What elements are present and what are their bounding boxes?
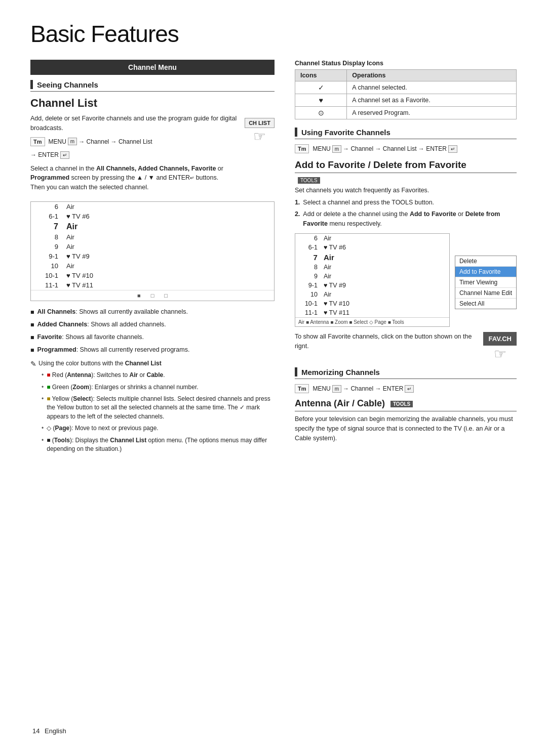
sub-note-text: Using the color buttons with the Channel… <box>38 360 162 367</box>
bullet-programmed: ■ Programmed: Shows all currently reserv… <box>30 345 275 355</box>
tools-badge-area: TOOLS <box>295 176 517 184</box>
fav-channel-area: 6 Air 6-1 ♥ TV #6 7 Air 8 Air 9 Air <box>295 233 517 327</box>
menu-m-icon: m <box>332 145 341 153</box>
bullet-text: All Channels: Shows all currently availa… <box>37 307 188 316</box>
ch-num: 8 <box>302 264 324 271</box>
bullet-text: Added Channels: Shows all added channels… <box>37 320 166 329</box>
context-menu-timer-viewing[interactable]: Timer Viewing <box>455 277 516 288</box>
enter-icon: ↵ <box>448 145 457 153</box>
fav-table-bottom-bar: Air ■ Antenna ■ Zoom ■ Select ◇ Page ■ T… <box>295 317 449 326</box>
menu-label: MENU <box>312 145 330 152</box>
fav-ch-button[interactable]: FAV.CH <box>483 332 517 346</box>
ch-name: Air <box>66 243 264 250</box>
ch-num: 10-1 <box>41 272 66 279</box>
sub-bullet-list: ■ Red (Antenna): Switches to Air or Cabl… <box>42 371 275 453</box>
using-favorite-label: Using Favorite Channels <box>301 128 390 137</box>
fav-ch-btn-area: FAV.CH ☞ <box>483 332 517 362</box>
menu-m-icon: m <box>332 385 341 393</box>
table-row: 8 Air <box>31 232 274 242</box>
using-favorite-section: Using Favorite Channels Tm MENU m → Chan… <box>295 128 517 153</box>
step-num: 2. <box>295 209 300 229</box>
step-text: Select a channel and press the TOOLS but… <box>303 198 434 207</box>
channel-list-title: Channel List <box>30 97 275 110</box>
context-menu-channel-name-edit[interactable]: Channel Name Edit <box>455 288 516 299</box>
enter-icon: ↵ <box>405 385 414 393</box>
status-icon: ✓ <box>295 81 346 94</box>
fav-steps: 1. Select a channel and press the TOOLS … <box>295 198 517 228</box>
table-row: 10-1 ♥ TV #10 <box>31 271 274 280</box>
ch-name: Air <box>66 203 264 211</box>
channel-table: 6 Air 6-1 ♥ TV #6 7 Air 8 Air 9 Air 9-1 … <box>30 201 275 301</box>
status-operation: A channel set as a Favorite. <box>347 94 517 107</box>
feature-bullets: ■ All Channels: Shows all currently avai… <box>30 307 275 355</box>
ch-num: 6 <box>302 235 324 242</box>
ch-num: 8 <box>41 233 66 241</box>
menu-path2: → Channel → Channel List → ENTER <box>343 145 447 152</box>
left-column: Channel Menu Seeing Channels Channel Lis… <box>30 60 275 456</box>
seeing-channels-heading: Seeing Channels <box>30 80 275 92</box>
menu-remote-icon: Tm <box>295 144 309 153</box>
table-bottom-icons: ■ □ □ <box>31 290 274 301</box>
menu-label: MENU <box>49 138 66 145</box>
ch-name: Air <box>324 235 442 242</box>
channel-list-desc1: Add, delete or set Favorite channels and… <box>30 114 240 133</box>
using-favorite-heading: Using Favorite Channels <box>295 128 517 139</box>
table-row: 6-1 ♥ TV #6 <box>295 243 449 252</box>
icon-b: □ <box>151 292 154 299</box>
table-row: ✓ A channel selected. <box>295 81 516 94</box>
ch-name: ♥ TV #9 <box>66 253 264 260</box>
enter-icon: ↵ <box>60 151 69 159</box>
fav-step-1: 1. Select a channel and press the TOOLS … <box>295 198 517 207</box>
channel-status-section: Channel Status Display Icons Icons Opera… <box>295 60 517 119</box>
table-row: 9 Air <box>295 272 449 281</box>
sub-bullet-text: ■ Yellow (Select): Selects multiple chan… <box>47 395 275 421</box>
context-menu-select-all[interactable]: Select All <box>455 299 516 309</box>
menu-enter-label: → ENTER <box>30 151 59 158</box>
table-row: ♥ A channel set as a Favorite. <box>295 94 516 107</box>
ch-name: ♥ TV #6 <box>324 244 442 251</box>
menu-label: MENU <box>312 385 330 392</box>
context-menu-add-favorite[interactable]: Add to Favorite <box>455 267 516 277</box>
ch-name: ♥ TV #10 <box>66 272 264 279</box>
memorizing-label: Memorizing Channels <box>301 368 380 376</box>
hand-icon: ☞ <box>253 128 266 145</box>
menu-remote-icon: Tm <box>30 137 45 146</box>
ch-num: 9-1 <box>41 253 66 260</box>
step-num: 1. <box>295 198 300 207</box>
menu-path-enter: → ENTER ↵ <box>30 151 240 159</box>
sub-bullet-text: ◇ (Page): Move to next or previous page. <box>47 424 158 433</box>
context-menu-delete[interactable]: Delete <box>455 256 516 267</box>
status-operation: A reserved Program. <box>347 107 517 119</box>
seeing-channels-label: Seeing Channels <box>37 80 98 89</box>
fav-hand-icon: ☞ <box>494 346 506 362</box>
sub-bullet-red: ■ Red (Antenna): Switches to Air or Cabl… <box>42 371 275 380</box>
ch-name: ♥ TV #11 <box>66 281 264 289</box>
select-desc: Select a channel in the All Channels, Ad… <box>30 164 240 192</box>
ch-num: 9 <box>302 273 324 280</box>
page-number: 14 English <box>30 724 66 736</box>
ch-num: 9-1 <box>302 282 324 289</box>
page-lang: English <box>45 727 66 735</box>
all-channels-bold: All Channels, Added Channels, Favorite <box>96 165 216 172</box>
antenna-tools-badge: TOOLS <box>390 401 413 407</box>
fav-channel-table: 6 Air 6-1 ♥ TV #6 7 Air 8 Air 9 Air <box>295 233 450 327</box>
channel-menu-bar: Channel Menu <box>30 60 275 75</box>
table-row-highlighted: 7 Air <box>31 221 274 232</box>
sub-bullet-text: ■ Green (Zoom): Enlarges or shrinks a ch… <box>47 383 198 392</box>
ch-list-button[interactable]: CH LIST <box>245 118 275 128</box>
channel-status-table: Icons Operations ✓ A channel selected. ♥… <box>295 69 517 119</box>
bullet-added-channels: ■ Added Channels: Shows all added channe… <box>30 320 275 329</box>
status-operation: A channel selected. <box>347 81 517 94</box>
right-column: Channel Status Display Icons Icons Opera… <box>295 60 517 456</box>
ch-name: ♥ TV #10 <box>324 300 442 307</box>
ch-num: 7 <box>302 253 324 262</box>
using-fav-menu-path: Tm MENU m → Channel → Channel List → ENT… <box>295 144 517 153</box>
context-menu: Delete Add to Favorite Timer Viewing Cha… <box>455 256 517 309</box>
status-icon: ⊙ <box>295 107 346 119</box>
antenna-description: Before your television can begin memoriz… <box>295 414 517 443</box>
ch-num: 11-1 <box>302 309 324 316</box>
antenna-title: Antenna (Air / Cable) TOOLS <box>295 398 517 411</box>
sub-note: ✎ Using the color buttons with the Chann… <box>30 360 275 368</box>
bullet-icon: ■ <box>30 320 34 329</box>
table-row: 9-1 ♥ TV #9 <box>295 281 449 290</box>
